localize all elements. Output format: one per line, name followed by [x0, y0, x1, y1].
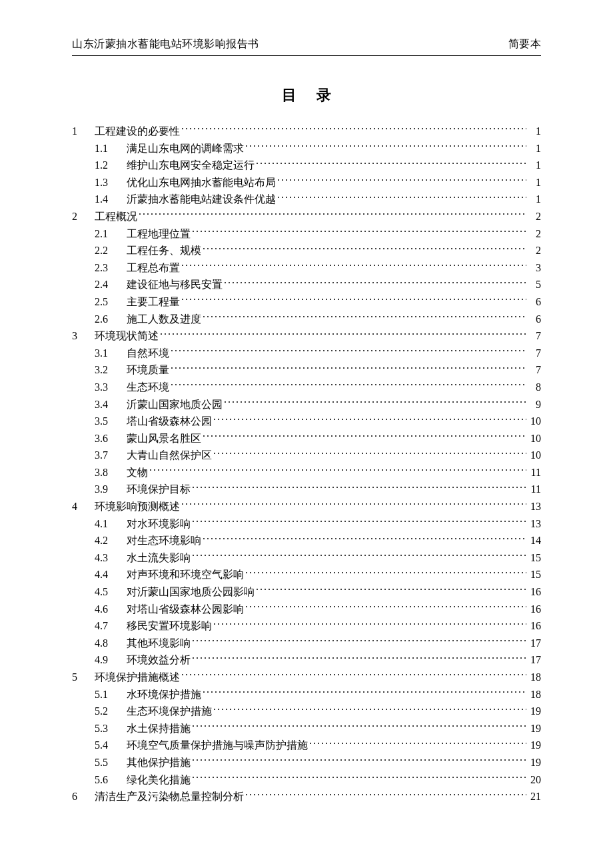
section-number: 4.4 [95, 566, 127, 583]
entry-text: 环境保护措施概述 [95, 669, 180, 686]
leader-dots [245, 567, 526, 578]
entry-text: 环境现状简述 [95, 327, 159, 345]
toc-entry: 3环境现状简述7 [72, 327, 541, 345]
section-number: 1.2 [95, 157, 127, 174]
section-number: 2.4 [95, 276, 127, 293]
entry-text: 施工人数及进度 [127, 311, 201, 328]
leader-dots [192, 721, 526, 732]
toc-entry: 4.6对塔山省级森林公园影响16 [72, 601, 541, 618]
leader-dots [192, 227, 526, 237]
chapter-number: 6 [72, 788, 95, 805]
entry-text: 生态环境保护措施 [127, 703, 212, 720]
entry-text: 沂蒙抽水蓄能电站建设条件优越 [127, 191, 276, 208]
chapter-number: 3 [72, 327, 95, 345]
section-number: 5.2 [95, 703, 127, 720]
leader-dots [213, 414, 526, 425]
entry-text: 大青山自然保护区 [127, 447, 212, 464]
section-number: 3.9 [95, 481, 127, 498]
leader-dots [192, 755, 526, 766]
section-number: 5.3 [95, 720, 127, 737]
page-number: 1 [528, 123, 541, 140]
leader-dots [192, 517, 526, 527]
leader-dots [192, 773, 526, 783]
leader-dots [203, 687, 526, 698]
leader-dots [181, 670, 526, 681]
page-number: 19 [528, 737, 541, 754]
page-number: 7 [528, 345, 541, 362]
entry-text: 对声环境和环境空气影响 [127, 566, 244, 583]
leader-dots [213, 448, 526, 459]
section-number: 3.1 [95, 345, 127, 362]
section-number: 5.6 [95, 771, 127, 789]
page-number: 10 [528, 447, 541, 464]
leader-dots [181, 124, 526, 135]
page-number: 5 [528, 276, 541, 293]
toc-entry: 1工程建设的必要性1 [72, 123, 541, 140]
entry-text: 自然环境 [127, 345, 169, 362]
section-number: 4.5 [95, 583, 127, 601]
entry-text: 工程任务、规模 [127, 242, 201, 259]
page-number: 18 [528, 669, 541, 686]
leader-dots [181, 295, 526, 305]
toc-entry: 4.3水土流失影响15 [72, 549, 541, 567]
entry-text: 优化山东电网抽水蓄能电站布局 [127, 174, 276, 191]
toc-entry: 4.7移民安置环境影响16 [72, 617, 541, 635]
entry-text: 对水环境影响 [127, 515, 191, 533]
page-number: 13 [528, 498, 541, 515]
page-number: 1 [528, 191, 541, 208]
section-number: 3.3 [95, 379, 127, 396]
page-number: 1 [528, 140, 541, 157]
section-number: 3.7 [95, 447, 127, 464]
leader-dots [192, 482, 526, 493]
toc-entry: 1.1满足山东电网的调峰需求1 [72, 140, 541, 157]
entry-text: 对沂蒙山国家地质公园影响 [127, 583, 255, 601]
leader-dots [245, 602, 526, 613]
chapter-number: 5 [72, 669, 95, 686]
toc-entry: 5.3水土保持措施19 [72, 720, 541, 737]
entry-text: 塔山省级森林公园 [127, 413, 212, 430]
toc-entry: 3.6蒙山风景名胜区10 [72, 430, 541, 447]
leader-dots [256, 158, 526, 169]
table-of-contents: 1工程建设的必要性11.1满足山东电网的调峰需求11.2维护山东电网安全稳定运行… [72, 123, 541, 805]
toc-entry: 5.1水环境保护措施18 [72, 686, 541, 703]
entry-text: 环境空气质量保护措施与噪声防护措施 [127, 737, 308, 754]
entry-text: 工程地理位置 [127, 225, 191, 243]
section-number: 3.5 [95, 413, 127, 430]
section-number: 3.6 [95, 430, 127, 447]
chapter-number: 2 [72, 208, 95, 225]
page-number: 2 [528, 208, 541, 225]
entry-text: 蒙山风景名胜区 [127, 430, 201, 447]
toc-entry: 2.1工程地理位置2 [72, 225, 541, 243]
toc-entry: 5.6绿化美化措施20 [72, 771, 541, 789]
toc-entry: 6清洁生产及污染物总量控制分析21 [72, 788, 541, 805]
toc-entry: 5环境保护措施概述18 [72, 669, 541, 686]
chapter-number: 4 [72, 498, 95, 515]
page-number: 19 [528, 720, 541, 737]
entry-text: 水土保持措施 [127, 720, 191, 737]
section-number: 4.1 [95, 515, 127, 533]
leader-dots [171, 363, 526, 373]
entry-text: 满足山东电网的调峰需求 [127, 140, 244, 157]
leader-dots [224, 277, 526, 288]
page-header: 山东沂蒙抽水蓄能电站环境影响报告书 简要本 [72, 37, 541, 54]
toc-entry: 2.4建设征地与移民安置5 [72, 276, 541, 293]
entry-text: 主要工程量 [127, 293, 180, 311]
entry-text: 工程概况 [95, 208, 137, 225]
section-number: 5.5 [95, 754, 127, 771]
entry-text: 生态环境 [127, 379, 169, 396]
section-number: 4.3 [95, 549, 127, 567]
leader-dots [160, 329, 526, 339]
leader-dots [213, 619, 526, 629]
header-right-title: 简要本 [508, 37, 542, 51]
page-number: 7 [528, 361, 541, 379]
toc-entry: 1.4沂蒙抽水蓄能电站建设条件优越1 [72, 191, 541, 208]
toc-title: 目 录 [72, 85, 541, 105]
toc-entry: 3.1自然环境7 [72, 345, 541, 362]
section-number: 4.6 [95, 601, 127, 618]
page-number: 1 [528, 174, 541, 191]
entry-text: 对生态环境影响 [127, 532, 201, 549]
page-number: 15 [528, 566, 541, 583]
toc-entry: 4.9环境效益分析17 [72, 651, 541, 669]
page-number: 2 [528, 225, 541, 243]
leader-dots [256, 585, 526, 595]
